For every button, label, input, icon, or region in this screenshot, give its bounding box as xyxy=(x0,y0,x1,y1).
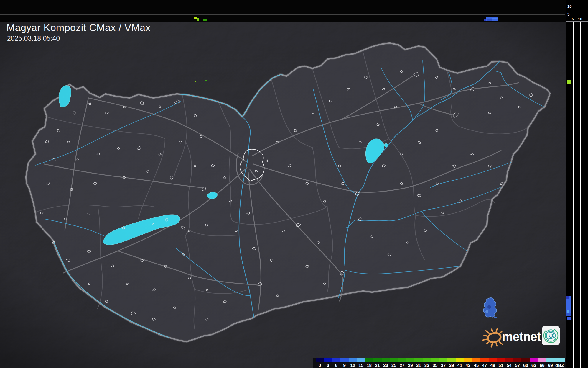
right-profile-strip xyxy=(566,0,588,368)
radar-screen: Magyar Kompozit CMax / VMax 2025.03.18 0… xyxy=(0,0,588,368)
sun-ray xyxy=(484,335,487,336)
metnet-app-icon xyxy=(541,326,561,345)
vignette xyxy=(0,22,566,368)
top-profile-strip xyxy=(0,0,566,22)
radar-map xyxy=(0,0,588,368)
sun-ray xyxy=(492,329,493,332)
sun-ray xyxy=(496,344,497,346)
